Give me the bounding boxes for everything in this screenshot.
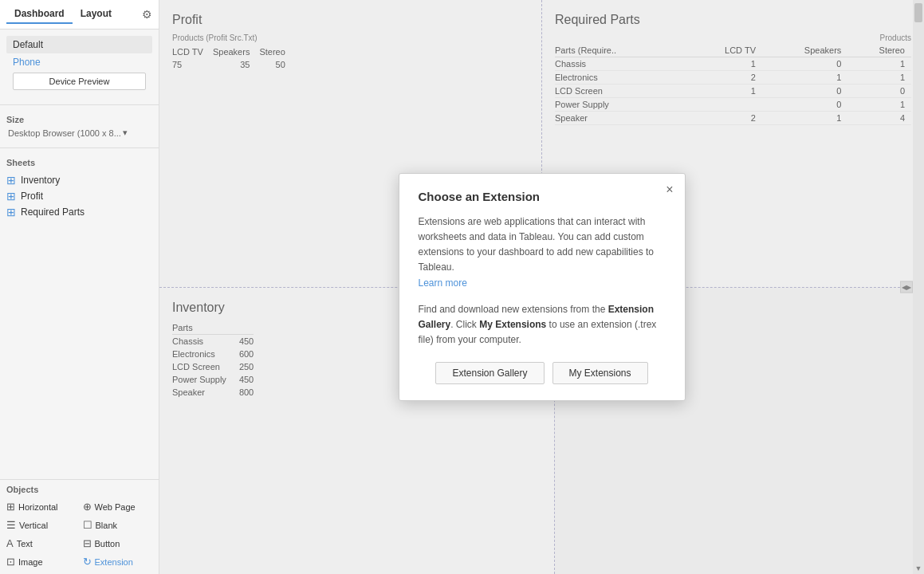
objects-label: Objects [6, 485, 152, 494]
sidebar-item-profit[interactable]: ⊞ Profit [6, 188, 152, 204]
sidebar-item-inventory[interactable]: ⊞ Inventory [6, 172, 152, 188]
image-icon: ⊡ [6, 556, 15, 568]
sidebar-header: Dashboard Layout ⚙ [0, 0, 159, 29]
my-extensions-button[interactable]: My Extensions [552, 362, 648, 384]
inventory-sheet-label: Inventory [21, 175, 60, 186]
learn-more-link[interactable]: Learn more [419, 277, 467, 289]
modal-close-button[interactable]: × [666, 183, 673, 196]
extension-label: Extension [95, 557, 133, 567]
modal-description: Extensions are web applications that can… [419, 214, 666, 291]
my-extensions-bold: My Extensions [479, 319, 546, 330]
blank-icon: ☐ [83, 519, 92, 531]
extension-modal: Choose an Extension × Extensions are web… [399, 173, 686, 402]
phone-item[interactable]: Phone [6, 55, 152, 69]
sheets-label: Sheets [6, 158, 152, 167]
text-icon: A [6, 537, 14, 549]
size-select[interactable]: Desktop Browser (1000 x 8... ▾ [6, 128, 152, 138]
object-blank[interactable]: ☐ Blank [83, 517, 153, 533]
size-label: Size [6, 115, 152, 124]
objects-section: Objects ⊞ Horizontal ⊕ Web Page ☰ Vertic… [0, 479, 159, 574]
vertical-label: Vertical [19, 521, 48, 530]
object-webpage[interactable]: ⊕ Web Page [83, 499, 153, 514]
modal-overlay: Choose an Extension × Extensions are web… [159, 0, 924, 574]
canvas-area: Profit Products (Profit Src.Txt) LCD TV … [159, 0, 924, 574]
sidebar-default-section: Default Phone Device Preview [0, 29, 159, 100]
settings-icon[interactable]: ⚙ [142, 8, 152, 21]
modal-buttons: Extension Gallery My Extensions [419, 362, 666, 384]
objects-grid: ⊞ Horizontal ⊕ Web Page ☰ Vertical ☐ Bla… [6, 499, 152, 569]
sidebar-item-required-parts[interactable]: ⊞ Required Parts [6, 204, 152, 220]
modal-gallery-section: Find and download new extensions from th… [419, 302, 666, 348]
webpage-icon: ⊕ [83, 501, 92, 513]
modal-title: Choose an Extension [419, 190, 666, 203]
text-label: Text [17, 539, 33, 548]
extension-gallery-button[interactable]: Extension Gallery [435, 362, 544, 384]
size-section: Size Desktop Browser (1000 x 8... ▾ [0, 110, 159, 143]
object-text[interactable]: A Text [6, 536, 77, 551]
profit-sheet-icon: ⊞ [6, 190, 16, 202]
required-parts-sheet-label: Required Parts [21, 206, 85, 218]
object-extension[interactable]: ↻ Extension [83, 554, 153, 569]
required-parts-sheet-icon: ⊞ [6, 206, 16, 218]
sheets-section: Sheets ⊞ Inventory ⊞ Profit ⊞ Required P… [0, 153, 159, 225]
horizontal-icon: ⊞ [6, 501, 15, 513]
vertical-icon: ☰ [6, 519, 16, 531]
webpage-label: Web Page [95, 502, 136, 512]
size-arrow: ▾ [123, 128, 128, 138]
profit-sheet-label: Profit [21, 191, 43, 202]
size-value: Desktop Browser (1000 x 8... [8, 128, 121, 138]
tab-dashboard[interactable]: Dashboard [6, 5, 73, 24]
button-icon: ⊟ [83, 537, 92, 549]
default-item[interactable]: Default [6, 36, 152, 53]
device-preview-button[interactable]: Device Preview [13, 73, 146, 90]
button-label: Button [95, 539, 120, 548]
object-image[interactable]: ⊡ Image [6, 554, 77, 569]
main-canvas: Profit Products (Profit Src.Txt) LCD TV … [159, 0, 924, 574]
tab-layout[interactable]: Layout [73, 5, 120, 24]
image-label: Image [18, 557, 43, 567]
object-vertical[interactable]: ☰ Vertical [6, 517, 77, 533]
inventory-sheet-icon: ⊞ [6, 174, 16, 187]
extension-icon: ↻ [83, 556, 92, 568]
horizontal-label: Horizontal [18, 502, 58, 512]
object-horizontal[interactable]: ⊞ Horizontal [6, 499, 77, 514]
blank-label: Blank [96, 521, 118, 530]
object-button[interactable]: ⊟ Button [83, 536, 153, 551]
sidebar: Dashboard Layout ⚙ Default Phone Device … [0, 0, 159, 574]
